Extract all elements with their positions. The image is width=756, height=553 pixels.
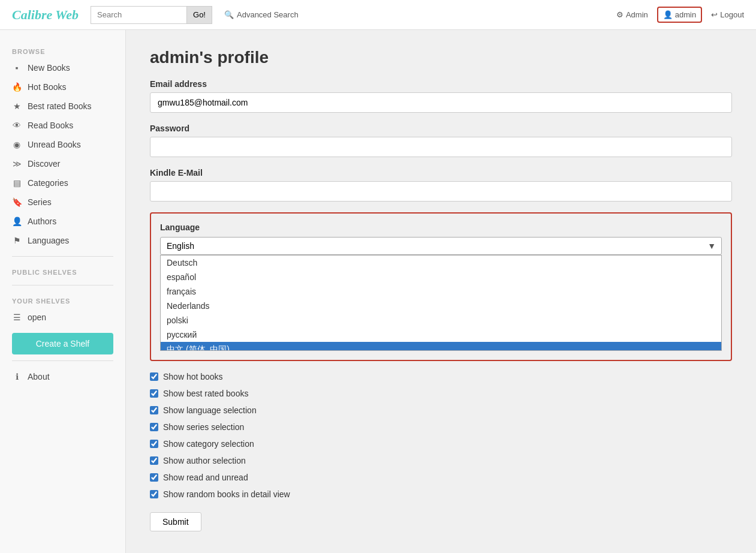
user-link[interactable]: 👤 admin: [657, 7, 702, 23]
eye-icon: 👁: [12, 121, 22, 130]
checkbox-group-show_read: Show read and unread: [150, 473, 732, 482]
kindle-email-label: Kindle E-Mail: [150, 168, 732, 178]
checkbox-label-show_hot: Show hot books: [163, 372, 223, 381]
header: Calibre Web Go! 🔍 Advanced Search ⚙ Admi…: [0, 0, 756, 30]
divider-2: [12, 285, 113, 285]
search-icon: 🔍: [224, 10, 234, 19]
checkbox-label-show_read: Show read and unread: [163, 473, 248, 482]
search-go-button[interactable]: Go!: [186, 6, 212, 24]
sidebar-item-read-books[interactable]: 👁 Read Books: [0, 116, 125, 135]
submit-button[interactable]: Submit: [150, 512, 201, 531]
grid-icon: ▤: [12, 178, 22, 188]
sidebar-item-series[interactable]: 🔖 Series: [0, 193, 125, 212]
checkbox-show_category[interactable]: [150, 440, 158, 448]
sidebar-item-unread-books[interactable]: ◉ Unread Books: [0, 135, 125, 154]
checkbox-show_author[interactable]: [150, 456, 158, 465]
your-shelves-label: YOUR SHELVES: [0, 291, 125, 308]
search-input[interactable]: [91, 6, 186, 24]
sidebar: BROWSE ▪ New Books 🔥 Hot Books ★ Best ra…: [0, 30, 126, 553]
sidebar-item-categories[interactable]: ▤ Categories: [0, 173, 125, 193]
checkbox-show_series[interactable]: [150, 423, 158, 431]
public-shelves-label: PUBLIC SHELVES: [0, 263, 125, 279]
sidebar-item-about[interactable]: ℹ About: [0, 367, 125, 386]
sidebar-item-discover[interactable]: ≫ Discover: [0, 154, 125, 173]
checkbox-group-show_language: Show language selection: [150, 405, 732, 415]
kindle-email-field[interactable]: [150, 181, 732, 202]
admin-link[interactable]: ⚙ Admin: [616, 10, 648, 19]
checkbox-group-show_category: Show category selection: [150, 439, 732, 449]
logo: Calibre Web: [12, 7, 79, 23]
lang-option-francais[interactable]: français: [161, 284, 721, 299]
email-label: Email address: [150, 79, 732, 89]
password-label: Password: [150, 124, 732, 133]
checkbox-label-show_category: Show category selection: [163, 439, 254, 449]
checkbox-show_language[interactable]: [150, 406, 158, 414]
browse-label: BROWSE: [0, 42, 125, 58]
sidebar-item-best-rated[interactable]: ★ Best rated Books: [0, 97, 125, 116]
sidebar-item-authors[interactable]: 👤 Authors: [0, 212, 125, 231]
checkbox-label-show_series: Show series selection: [163, 422, 244, 432]
checkbox-show_hot[interactable]: [150, 372, 158, 381]
book-icon: ▪: [12, 63, 22, 73]
page-title: admin's profile: [150, 48, 732, 67]
checkbox-show_read[interactable]: [150, 473, 158, 482]
logout-icon: ↩: [711, 10, 718, 19]
checkbox-group-show_author: Show author selection: [150, 456, 732, 465]
checkbox-show_random[interactable]: [150, 490, 158, 498]
logout-link[interactable]: ↩ Logout: [711, 10, 744, 19]
user-icon: 👤: [663, 10, 673, 19]
fire-icon: 🔥: [12, 82, 22, 92]
language-select-wrapper: English ▼: [160, 237, 722, 255]
lang-option-chinese[interactable]: 中文 (简体, 中国): [161, 342, 721, 351]
main-content: admin's profile Email address Password K…: [126, 30, 756, 553]
language-select[interactable]: English: [160, 237, 722, 255]
checkbox-show_best[interactable]: [150, 389, 158, 398]
sidebar-item-hot-books[interactable]: 🔥 Hot Books: [0, 77, 125, 97]
person-icon: 👤: [12, 217, 22, 226]
sidebar-item-new-books[interactable]: ▪ New Books: [0, 58, 125, 77]
create-shelf-button[interactable]: Create a Shelf: [12, 333, 113, 354]
checkboxes-container: Show hot booksShow best rated booksShow …: [150, 372, 732, 499]
lang-option-deutsch[interactable]: Deutsch: [161, 256, 721, 270]
search-form: Go!: [91, 6, 212, 24]
password-group: Password: [150, 124, 732, 157]
header-right: ⚙ Admin 👤 admin ↩ Logout: [616, 7, 744, 23]
sidebar-item-open-shelf[interactable]: ☰ open: [0, 308, 125, 327]
email-group: Email address: [150, 79, 732, 113]
circle-icon: ◉: [12, 140, 22, 149]
checkbox-label-show_language: Show language selection: [163, 405, 257, 415]
advanced-search-link[interactable]: 🔍 Advanced Search: [224, 10, 299, 19]
lang-option-nederlands[interactable]: Nederlands: [161, 299, 721, 313]
lang-option-russian[interactable]: русский: [161, 327, 721, 342]
sidebar-item-languages[interactable]: ⚑ Languages: [0, 231, 125, 250]
bookmark-icon: 🔖: [12, 197, 22, 207]
flag-icon: ⚑: [12, 236, 22, 245]
divider-1: [12, 256, 113, 257]
checkbox-group-show_best: Show best rated books: [150, 389, 732, 398]
checkbox-label-show_best: Show best rated books: [163, 389, 248, 398]
email-field[interactable]: [150, 92, 732, 113]
language-dropdown: Deutsch español français Nederlands pols…: [160, 255, 722, 351]
kindle-email-group: Kindle E-Mail: [150, 168, 732, 202]
divider-3: [12, 360, 113, 361]
password-field[interactable]: [150, 137, 732, 157]
list-icon: ☰: [12, 312, 22, 322]
info-icon: ℹ: [12, 372, 22, 381]
checkbox-label-show_random: Show random books in detail view: [163, 489, 290, 499]
checkbox-group-show_hot: Show hot books: [150, 372, 732, 381]
star-icon: ★: [12, 101, 22, 111]
lang-option-espanol[interactable]: español: [161, 270, 721, 284]
gear-icon: ⚙: [616, 10, 624, 19]
checkbox-group-show_random: Show random books in detail view: [150, 489, 732, 499]
language-label: Language: [160, 223, 722, 232]
checkbox-label-show_author: Show author selection: [163, 456, 246, 465]
layout: BROWSE ▪ New Books 🔥 Hot Books ★ Best ra…: [0, 30, 756, 553]
checkbox-group-show_series: Show series selection: [150, 422, 732, 432]
language-section: Language English ▼ Deutsch español franç…: [150, 212, 732, 361]
discover-icon: ≫: [12, 159, 22, 169]
lang-option-polski[interactable]: polski: [161, 313, 721, 327]
